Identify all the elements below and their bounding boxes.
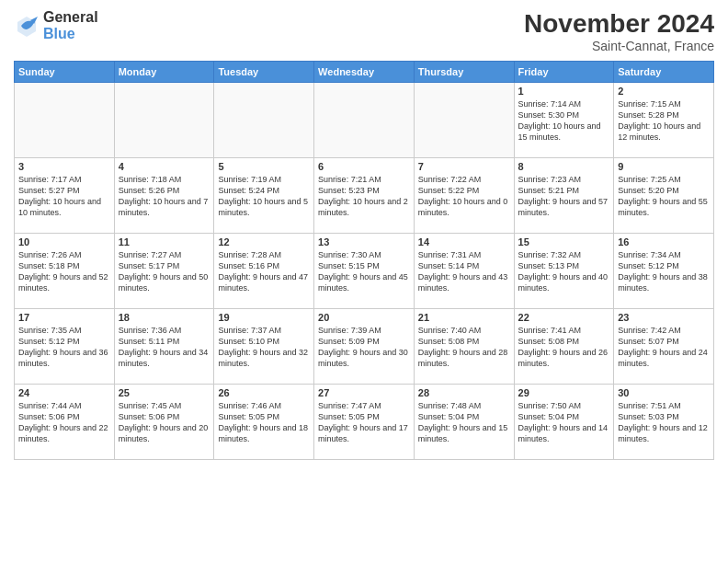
day-number-11: 11 xyxy=(119,236,210,247)
day-number-14: 14 xyxy=(418,236,510,247)
day-info-26: Sunrise: 7:46 AMSunset: 5:05 PMDaylight:… xyxy=(218,400,310,445)
day-info-21: Sunrise: 7:40 AMSunset: 5:08 PMDaylight:… xyxy=(418,325,510,370)
day-number-12: 12 xyxy=(218,236,310,247)
day-11: 11 Sunrise: 7:27 AMSunset: 5:17 PMDaylig… xyxy=(114,234,214,309)
day-number-3: 3 xyxy=(18,161,110,172)
day-number-7: 7 xyxy=(418,161,510,172)
day-info-29: Sunrise: 7:50 AMSunset: 5:04 PMDaylight:… xyxy=(518,400,610,445)
logo-blue: Blue xyxy=(43,26,98,42)
day-10: 10 Sunrise: 7:26 AMSunset: 5:18 PMDaylig… xyxy=(15,234,115,309)
day-info-25: Sunrise: 7:45 AMSunset: 5:06 PMDaylight:… xyxy=(119,400,210,445)
day-6: 6 Sunrise: 7:21 AMSunset: 5:23 PMDayligh… xyxy=(314,158,415,234)
day-number-22: 22 xyxy=(518,312,610,323)
day-info-13: Sunrise: 7:30 AMSunset: 5:15 PMDaylight:… xyxy=(318,249,410,294)
day-2: 2 Sunrise: 7:15 AMSunset: 5:28 PMDayligh… xyxy=(614,83,714,158)
empty-cell xyxy=(414,83,514,158)
day-number-1: 1 xyxy=(518,86,610,97)
day-info-6: Sunrise: 7:21 AMSunset: 5:23 PMDaylight:… xyxy=(318,174,410,219)
day-info-30: Sunrise: 7:51 AMSunset: 5:03 PMDaylight:… xyxy=(618,400,710,445)
day-info-27: Sunrise: 7:47 AMSunset: 5:05 PMDaylight:… xyxy=(318,400,410,445)
day-number-25: 25 xyxy=(119,387,210,398)
day-29: 29 Sunrise: 7:50 AMSunset: 5:04 PMDaylig… xyxy=(514,385,614,460)
day-info-5: Sunrise: 7:19 AMSunset: 5:24 PMDaylight:… xyxy=(218,174,310,219)
day-info-17: Sunrise: 7:35 AMSunset: 5:12 PMDaylight:… xyxy=(18,325,110,370)
day-info-19: Sunrise: 7:37 AMSunset: 5:10 PMDaylight:… xyxy=(218,325,310,370)
day-24: 24 Sunrise: 7:44 AMSunset: 5:06 PMDaylig… xyxy=(15,385,115,460)
day-1: 1 Sunrise: 7:14 AMSunset: 5:30 PMDayligh… xyxy=(514,83,614,158)
day-28: 28 Sunrise: 7:48 AMSunset: 5:04 PMDaylig… xyxy=(414,385,514,460)
day-info-14: Sunrise: 7:31 AMSunset: 5:14 PMDaylight:… xyxy=(418,249,510,294)
header-wednesday: Wednesday xyxy=(314,62,415,83)
logo: General Blue xyxy=(14,9,98,41)
week-row-1: 1 Sunrise: 7:14 AMSunset: 5:30 PMDayligh… xyxy=(15,83,714,158)
day-21: 21 Sunrise: 7:40 AMSunset: 5:08 PMDaylig… xyxy=(414,309,514,385)
day-number-8: 8 xyxy=(518,161,610,172)
day-number-18: 18 xyxy=(119,312,210,323)
day-3: 3 Sunrise: 7:17 AMSunset: 5:27 PMDayligh… xyxy=(15,158,115,234)
day-20: 20 Sunrise: 7:39 AMSunset: 5:09 PMDaylig… xyxy=(314,309,415,385)
empty-cell xyxy=(114,83,214,158)
header-tuesday: Tuesday xyxy=(214,62,314,83)
day-info-10: Sunrise: 7:26 AMSunset: 5:18 PMDaylight:… xyxy=(18,249,110,294)
header-sunday: Sunday xyxy=(15,62,115,83)
day-info-24: Sunrise: 7:44 AMSunset: 5:06 PMDaylight:… xyxy=(18,400,110,445)
day-info-22: Sunrise: 7:41 AMSunset: 5:08 PMDaylight:… xyxy=(518,325,610,370)
day-number-27: 27 xyxy=(318,387,410,398)
day-number-24: 24 xyxy=(18,387,110,398)
day-number-21: 21 xyxy=(418,312,510,323)
day-info-15: Sunrise: 7:32 AMSunset: 5:13 PMDaylight:… xyxy=(518,249,610,294)
day-info-9: Sunrise: 7:25 AMSunset: 5:20 PMDaylight:… xyxy=(618,174,710,219)
day-info-12: Sunrise: 7:28 AMSunset: 5:16 PMDaylight:… xyxy=(218,249,310,294)
day-number-26: 26 xyxy=(218,387,310,398)
logo-icon xyxy=(14,13,40,39)
calendar: Sunday Monday Tuesday Wednesday Thursday… xyxy=(14,61,714,460)
week-row-3: 10 Sunrise: 7:26 AMSunset: 5:18 PMDaylig… xyxy=(15,234,714,309)
day-info-1: Sunrise: 7:14 AMSunset: 5:30 PMDaylight:… xyxy=(518,98,610,144)
week-row-2: 3 Sunrise: 7:17 AMSunset: 5:27 PMDayligh… xyxy=(15,158,714,234)
day-number-20: 20 xyxy=(318,312,410,323)
header-thursday: Thursday xyxy=(414,62,514,83)
day-info-16: Sunrise: 7:34 AMSunset: 5:12 PMDaylight:… xyxy=(618,249,710,294)
day-info-7: Sunrise: 7:22 AMSunset: 5:22 PMDaylight:… xyxy=(418,174,510,219)
day-15: 15 Sunrise: 7:32 AMSunset: 5:13 PMDaylig… xyxy=(514,234,614,309)
day-25: 25 Sunrise: 7:45 AMSunset: 5:06 PMDaylig… xyxy=(114,385,214,460)
day-7: 7 Sunrise: 7:22 AMSunset: 5:22 PMDayligh… xyxy=(414,158,514,234)
header-friday: Friday xyxy=(514,62,614,83)
logo-text: General Blue xyxy=(43,9,98,41)
day-26: 26 Sunrise: 7:46 AMSunset: 5:05 PMDaylig… xyxy=(214,385,314,460)
day-number-28: 28 xyxy=(418,387,510,398)
week-row-5: 24 Sunrise: 7:44 AMSunset: 5:06 PMDaylig… xyxy=(15,385,714,460)
day-18: 18 Sunrise: 7:36 AMSunset: 5:11 PMDaylig… xyxy=(114,309,214,385)
day-number-23: 23 xyxy=(618,312,710,323)
day-info-3: Sunrise: 7:17 AMSunset: 5:27 PMDaylight:… xyxy=(18,174,110,219)
day-13: 13 Sunrise: 7:30 AMSunset: 5:15 PMDaylig… xyxy=(314,234,415,309)
empty-cell xyxy=(15,83,115,158)
day-number-15: 15 xyxy=(518,236,610,247)
day-9: 9 Sunrise: 7:25 AMSunset: 5:20 PMDayligh… xyxy=(614,158,714,234)
location: Saint-Cannat, France xyxy=(524,39,714,53)
logo-general: General xyxy=(43,9,98,26)
day-number-29: 29 xyxy=(518,387,610,398)
day-number-19: 19 xyxy=(218,312,310,323)
day-number-9: 9 xyxy=(618,161,710,172)
day-number-4: 4 xyxy=(119,161,210,172)
day-14: 14 Sunrise: 7:31 AMSunset: 5:14 PMDaylig… xyxy=(414,234,514,309)
day-number-10: 10 xyxy=(18,236,110,247)
day-info-18: Sunrise: 7:36 AMSunset: 5:11 PMDaylight:… xyxy=(119,325,210,370)
page: General Blue November 2024 Saint-Cannat,… xyxy=(0,0,728,563)
day-23: 23 Sunrise: 7:42 AMSunset: 5:07 PMDaylig… xyxy=(614,309,714,385)
day-number-6: 6 xyxy=(318,161,410,172)
title-area: November 2024 Saint-Cannat, France xyxy=(524,9,714,53)
day-info-8: Sunrise: 7:23 AMSunset: 5:21 PMDaylight:… xyxy=(518,174,610,219)
header: General Blue November 2024 Saint-Cannat,… xyxy=(14,9,714,53)
day-12: 12 Sunrise: 7:28 AMSunset: 5:16 PMDaylig… xyxy=(214,234,314,309)
day-22: 22 Sunrise: 7:41 AMSunset: 5:08 PMDaylig… xyxy=(514,309,614,385)
day-info-11: Sunrise: 7:27 AMSunset: 5:17 PMDaylight:… xyxy=(119,249,210,294)
day-info-20: Sunrise: 7:39 AMSunset: 5:09 PMDaylight:… xyxy=(318,325,410,370)
header-monday: Monday xyxy=(114,62,214,83)
day-30: 30 Sunrise: 7:51 AMSunset: 5:03 PMDaylig… xyxy=(614,385,714,460)
day-number-30: 30 xyxy=(618,387,710,398)
day-27: 27 Sunrise: 7:47 AMSunset: 5:05 PMDaylig… xyxy=(314,385,415,460)
empty-cell xyxy=(314,83,415,158)
day-info-2: Sunrise: 7:15 AMSunset: 5:28 PMDaylight:… xyxy=(618,98,710,144)
